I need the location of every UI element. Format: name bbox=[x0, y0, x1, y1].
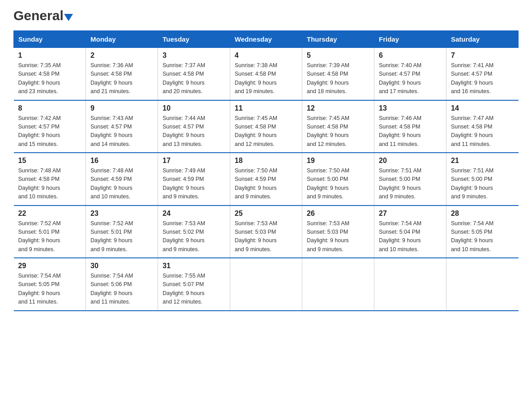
day-info: Sunrise: 7:38 AMSunset: 4:58 PMDaylight:… bbox=[235, 61, 297, 96]
day-number: 7 bbox=[451, 51, 514, 60]
day-number: 25 bbox=[235, 210, 297, 218]
day-number: 11 bbox=[235, 104, 297, 112]
header-cell-saturday: Saturday bbox=[446, 31, 519, 48]
day-info: Sunrise: 7:39 AMSunset: 4:58 PMDaylight:… bbox=[307, 61, 369, 96]
calendar-cell: 29Sunrise: 7:54 AMSunset: 5:05 PMDayligh… bbox=[14, 258, 86, 311]
day-info: Sunrise: 7:51 AMSunset: 5:00 PMDaylight:… bbox=[379, 167, 442, 201]
day-info: Sunrise: 7:36 AMSunset: 4:58 PMDaylight:… bbox=[90, 61, 153, 96]
calendar-cell: 24Sunrise: 7:53 AMSunset: 5:02 PMDayligh… bbox=[158, 206, 230, 258]
day-info: Sunrise: 7:55 AMSunset: 5:07 PMDaylight:… bbox=[163, 272, 225, 307]
day-info: Sunrise: 7:37 AMSunset: 4:58 PMDaylight:… bbox=[163, 61, 225, 96]
day-number: 24 bbox=[163, 210, 225, 218]
calendar-cell bbox=[446, 258, 519, 311]
day-number: 20 bbox=[379, 157, 442, 165]
day-number: 29 bbox=[18, 262, 82, 270]
day-info: Sunrise: 7:40 AMSunset: 4:57 PMDaylight:… bbox=[379, 61, 442, 96]
day-number: 13 bbox=[379, 104, 442, 112]
day-info: Sunrise: 7:42 AMSunset: 4:57 PMDaylight:… bbox=[18, 114, 82, 149]
week-row-3: 15Sunrise: 7:48 AMSunset: 4:58 PMDayligh… bbox=[14, 153, 519, 206]
day-info: Sunrise: 7:53 AMSunset: 5:03 PMDaylight:… bbox=[307, 219, 369, 254]
day-info: Sunrise: 7:49 AMSunset: 4:59 PMDaylight:… bbox=[163, 167, 225, 201]
calendar-cell: 25Sunrise: 7:53 AMSunset: 5:03 PMDayligh… bbox=[230, 206, 302, 258]
header-cell-monday: Monday bbox=[86, 31, 158, 48]
day-number: 15 bbox=[18, 157, 82, 165]
calendar-cell bbox=[374, 258, 446, 311]
calendar-cell bbox=[230, 258, 302, 311]
calendar-cell: 30Sunrise: 7:54 AMSunset: 5:06 PMDayligh… bbox=[86, 258, 158, 311]
calendar-cell: 28Sunrise: 7:54 AMSunset: 5:05 PMDayligh… bbox=[446, 206, 519, 258]
week-row-1: 1Sunrise: 7:35 AMSunset: 4:58 PMDaylight… bbox=[14, 48, 519, 100]
day-info: Sunrise: 7:50 AMSunset: 5:00 PMDaylight:… bbox=[307, 167, 369, 201]
day-info: Sunrise: 7:54 AMSunset: 5:05 PMDaylight:… bbox=[451, 219, 514, 254]
calendar-cell: 27Sunrise: 7:54 AMSunset: 5:04 PMDayligh… bbox=[374, 206, 446, 258]
calendar-cell: 17Sunrise: 7:49 AMSunset: 4:59 PMDayligh… bbox=[158, 153, 230, 206]
day-number: 4 bbox=[235, 51, 297, 60]
calendar-cell: 7Sunrise: 7:41 AMSunset: 4:57 PMDaylight… bbox=[446, 48, 519, 100]
week-row-4: 22Sunrise: 7:52 AMSunset: 5:01 PMDayligh… bbox=[14, 206, 519, 258]
header-cell-tuesday: Tuesday bbox=[158, 31, 230, 48]
day-number: 17 bbox=[163, 157, 225, 165]
logo-triangle-icon bbox=[64, 14, 73, 21]
calendar-cell: 6Sunrise: 7:40 AMSunset: 4:57 PMDaylight… bbox=[374, 48, 446, 100]
day-number: 16 bbox=[90, 157, 153, 165]
day-info: Sunrise: 7:35 AMSunset: 4:58 PMDaylight:… bbox=[18, 61, 82, 96]
day-info: Sunrise: 7:44 AMSunset: 4:57 PMDaylight:… bbox=[163, 114, 225, 149]
day-info: Sunrise: 7:48 AMSunset: 4:58 PMDaylight:… bbox=[18, 167, 82, 201]
header-cell-sunday: Sunday bbox=[14, 31, 86, 48]
calendar-cell: 19Sunrise: 7:50 AMSunset: 5:00 PMDayligh… bbox=[302, 153, 374, 206]
calendar-cell: 1Sunrise: 7:35 AMSunset: 4:58 PMDaylight… bbox=[14, 48, 86, 100]
day-number: 22 bbox=[18, 210, 82, 218]
day-number: 26 bbox=[307, 210, 369, 218]
calendar-cell: 21Sunrise: 7:51 AMSunset: 5:00 PMDayligh… bbox=[446, 153, 519, 206]
day-info: Sunrise: 7:50 AMSunset: 4:59 PMDaylight:… bbox=[235, 167, 297, 201]
day-number: 28 bbox=[451, 210, 514, 218]
day-info: Sunrise: 7:53 AMSunset: 5:03 PMDaylight:… bbox=[235, 219, 297, 254]
day-number: 18 bbox=[235, 157, 297, 165]
calendar-cell: 2Sunrise: 7:36 AMSunset: 4:58 PMDaylight… bbox=[86, 48, 158, 100]
calendar-cell: 11Sunrise: 7:45 AMSunset: 4:58 PMDayligh… bbox=[230, 100, 302, 153]
header-cell-wednesday: Wednesday bbox=[230, 31, 302, 48]
day-info: Sunrise: 7:54 AMSunset: 5:06 PMDaylight:… bbox=[90, 272, 153, 307]
calendar-table: SundayMondayTuesdayWednesdayThursdayFrid… bbox=[13, 30, 519, 311]
day-info: Sunrise: 7:43 AMSunset: 4:57 PMDaylight:… bbox=[90, 114, 153, 149]
day-info: Sunrise: 7:52 AMSunset: 5:01 PMDaylight:… bbox=[18, 219, 82, 254]
day-number: 23 bbox=[90, 210, 153, 218]
day-number: 9 bbox=[90, 104, 153, 112]
day-number: 31 bbox=[163, 262, 225, 270]
day-number: 2 bbox=[90, 51, 153, 60]
calendar-cell: 3Sunrise: 7:37 AMSunset: 4:58 PMDaylight… bbox=[158, 48, 230, 100]
calendar-cell: 23Sunrise: 7:52 AMSunset: 5:01 PMDayligh… bbox=[86, 206, 158, 258]
day-number: 1 bbox=[18, 51, 82, 60]
calendar-cell: 18Sunrise: 7:50 AMSunset: 4:59 PMDayligh… bbox=[230, 153, 302, 206]
calendar-cell: 13Sunrise: 7:46 AMSunset: 4:58 PMDayligh… bbox=[374, 100, 446, 153]
calendar-cell: 31Sunrise: 7:55 AMSunset: 5:07 PMDayligh… bbox=[158, 258, 230, 311]
day-number: 10 bbox=[163, 104, 225, 112]
day-info: Sunrise: 7:54 AMSunset: 5:04 PMDaylight:… bbox=[379, 219, 442, 254]
day-info: Sunrise: 7:54 AMSunset: 5:05 PMDaylight:… bbox=[18, 272, 82, 307]
calendar-cell: 15Sunrise: 7:48 AMSunset: 4:58 PMDayligh… bbox=[14, 153, 86, 206]
day-info: Sunrise: 7:48 AMSunset: 4:59 PMDaylight:… bbox=[90, 167, 153, 201]
calendar-cell: 12Sunrise: 7:45 AMSunset: 4:58 PMDayligh… bbox=[302, 100, 374, 153]
day-info: Sunrise: 7:52 AMSunset: 5:01 PMDaylight:… bbox=[90, 219, 153, 254]
calendar-cell: 22Sunrise: 7:52 AMSunset: 5:01 PMDayligh… bbox=[14, 206, 86, 258]
day-number: 21 bbox=[451, 157, 514, 165]
day-number: 19 bbox=[307, 157, 369, 165]
day-number: 3 bbox=[163, 51, 225, 60]
calendar-cell bbox=[302, 258, 374, 311]
calendar-cell: 8Sunrise: 7:42 AMSunset: 4:57 PMDaylight… bbox=[14, 100, 86, 153]
day-number: 5 bbox=[307, 51, 369, 60]
day-info: Sunrise: 7:46 AMSunset: 4:58 PMDaylight:… bbox=[379, 114, 442, 149]
calendar-cell: 16Sunrise: 7:48 AMSunset: 4:59 PMDayligh… bbox=[86, 153, 158, 206]
logo: General bbox=[13, 9, 73, 22]
calendar-body: 1Sunrise: 7:35 AMSunset: 4:58 PMDaylight… bbox=[14, 48, 519, 311]
calendar-cell: 26Sunrise: 7:53 AMSunset: 5:03 PMDayligh… bbox=[302, 206, 374, 258]
day-number: 14 bbox=[451, 104, 514, 112]
day-info: Sunrise: 7:47 AMSunset: 4:58 PMDaylight:… bbox=[451, 114, 514, 149]
week-row-5: 29Sunrise: 7:54 AMSunset: 5:05 PMDayligh… bbox=[14, 258, 519, 311]
day-number: 30 bbox=[90, 262, 153, 270]
day-info: Sunrise: 7:45 AMSunset: 4:58 PMDaylight:… bbox=[307, 114, 369, 149]
header-cell-thursday: Thursday bbox=[302, 31, 374, 48]
day-info: Sunrise: 7:45 AMSunset: 4:58 PMDaylight:… bbox=[235, 114, 297, 149]
header-row: SundayMondayTuesdayWednesdayThursdayFrid… bbox=[14, 31, 519, 48]
day-number: 8 bbox=[18, 104, 82, 112]
